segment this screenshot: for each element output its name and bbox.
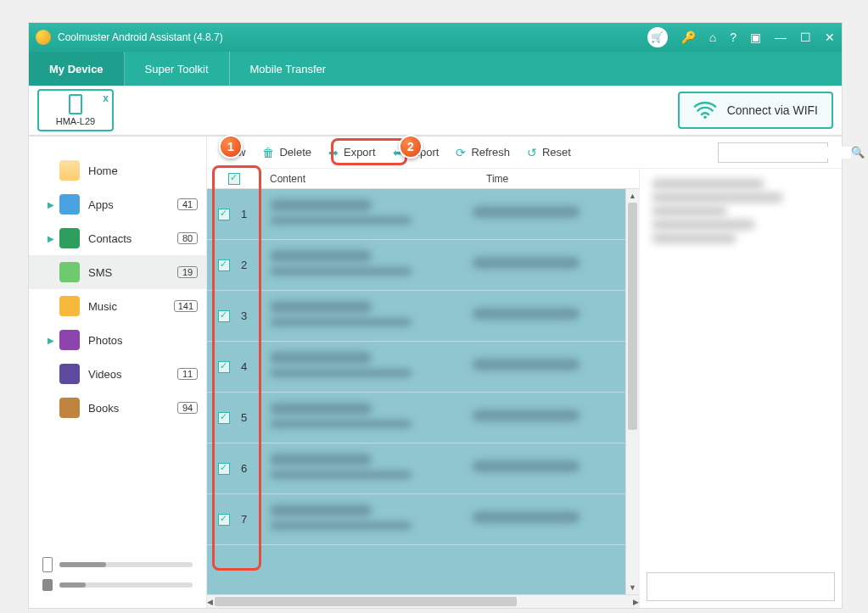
app-title: Coolmuster Android Assistant (4.8.7) bbox=[58, 31, 223, 43]
home-icon[interactable]: ⌂ bbox=[709, 31, 716, 44]
scroll-thumb-h[interactable] bbox=[215, 597, 517, 606]
row-time bbox=[473, 511, 625, 528]
row-time bbox=[473, 359, 625, 376]
table-row[interactable]: 6 bbox=[207, 443, 625, 494]
count-badge: 141 bbox=[174, 300, 198, 312]
search-icon[interactable]: 🔍 bbox=[851, 146, 865, 159]
sidebar-item-label: Books bbox=[88, 402, 177, 415]
sidebar-item-apps[interactable]: ▶Apps41 bbox=[29, 187, 206, 221]
row-number: 4 bbox=[241, 360, 261, 373]
main-tabs: My Device Super Toolkit Mobile Transfer bbox=[29, 52, 842, 86]
sidebar-item-photos[interactable]: ▶Photos bbox=[29, 323, 206, 357]
sidebar-item-music[interactable]: ▶Music141 bbox=[29, 289, 206, 323]
row-number: 5 bbox=[241, 411, 261, 424]
table-row[interactable]: 2 bbox=[207, 240, 625, 291]
minimize-icon[interactable]: — bbox=[775, 31, 787, 44]
export-button[interactable]: ➡Export bbox=[328, 146, 376, 159]
device-tab[interactable]: x HMA-L29 bbox=[37, 89, 114, 131]
toolbar: ＋w 🗑Delete ➡Export ⬅Import ⟳Refresh ↺Res… bbox=[207, 137, 842, 169]
sidebar: ▶Home▶Apps41▶Contacts80▶SMS19▶Music141▶P… bbox=[29, 137, 207, 608]
key-icon[interactable]: 🔑 bbox=[681, 31, 696, 44]
row-number: 6 bbox=[241, 462, 261, 475]
storage-phone bbox=[42, 557, 193, 572]
sidebar-item-contacts[interactable]: ▶Contacts80 bbox=[29, 221, 206, 255]
col-time[interactable]: Time bbox=[486, 173, 639, 185]
contacts-icon bbox=[59, 228, 80, 248]
expand-icon: ▶ bbox=[48, 336, 59, 345]
close-icon[interactable]: ✕ bbox=[825, 31, 835, 44]
search-input[interactable] bbox=[724, 147, 851, 159]
scroll-down-icon[interactable]: ▼ bbox=[626, 581, 639, 594]
sidebar-item-books[interactable]: ▶Books94 bbox=[29, 391, 206, 425]
scroll-right-icon[interactable]: ▶ bbox=[633, 595, 639, 609]
table-row[interactable]: 3 bbox=[207, 291, 625, 342]
col-content[interactable]: Content bbox=[261, 173, 486, 185]
photos-icon bbox=[59, 330, 80, 350]
scroll-left-icon[interactable]: ◀ bbox=[207, 595, 213, 609]
callout-1: 1 bbox=[219, 135, 243, 159]
home-icon bbox=[59, 160, 80, 181]
scrollbar-horizontal[interactable]: ◀ ▶ bbox=[207, 594, 639, 608]
row-checkbox[interactable] bbox=[218, 361, 230, 373]
app-logo-icon bbox=[36, 30, 51, 45]
export-icon: ➡ bbox=[328, 146, 339, 159]
connect-wifi-button[interactable]: Connect via WIFI bbox=[678, 92, 833, 129]
scrollbar-vertical[interactable]: ▲ ▼ bbox=[625, 189, 639, 594]
wifi-label: Connect via WIFI bbox=[727, 103, 818, 117]
sidebar-item-sms[interactable]: ▶SMS19 bbox=[29, 255, 206, 289]
row-number: 3 bbox=[241, 309, 261, 322]
sidebar-item-label: SMS bbox=[88, 266, 177, 279]
row-time bbox=[473, 257, 625, 274]
table-row[interactable]: 4 bbox=[207, 342, 625, 393]
delete-button[interactable]: 🗑Delete bbox=[262, 146, 311, 159]
tab-super-toolkit[interactable]: Super Toolkit bbox=[125, 52, 230, 86]
sms-icon bbox=[59, 262, 80, 282]
row-number: 1 bbox=[241, 208, 261, 220]
sidebar-item-label: Home bbox=[88, 164, 198, 177]
tab-my-device[interactable]: My Device bbox=[29, 52, 125, 86]
scroll-thumb-v[interactable] bbox=[628, 203, 637, 430]
row-checkbox[interactable] bbox=[218, 412, 230, 424]
row-checkbox[interactable] bbox=[218, 259, 230, 271]
table-row[interactable]: 7 bbox=[207, 494, 625, 545]
wifi-icon bbox=[693, 101, 717, 120]
list-header: Content Time bbox=[207, 169, 639, 189]
maximize-icon[interactable]: ☐ bbox=[800, 31, 811, 44]
sidebar-item-home[interactable]: ▶Home bbox=[29, 153, 206, 187]
tab-mobile-transfer[interactable]: Mobile Transfer bbox=[230, 52, 347, 86]
sms-list: Content Time 1234567 ▲ ▼ ◀ bbox=[207, 169, 640, 608]
trash-icon: 🗑 bbox=[262, 146, 274, 159]
row-checkbox[interactable] bbox=[218, 463, 230, 475]
scroll-up-icon[interactable]: ▲ bbox=[626, 189, 639, 203]
row-content bbox=[261, 250, 473, 281]
message-input[interactable] bbox=[647, 572, 835, 601]
reset-icon: ↺ bbox=[527, 146, 537, 159]
main-panel: ＋w 🗑Delete ➡Export ⬅Import ⟳Refresh ↺Res… bbox=[207, 137, 842, 608]
select-all-checkbox[interactable] bbox=[228, 173, 240, 185]
count-badge: 41 bbox=[177, 198, 198, 210]
count-badge: 11 bbox=[177, 368, 198, 380]
refresh-button[interactable]: ⟳Refresh bbox=[456, 146, 510, 159]
device-bar: x HMA-L29 Connect via WIFI bbox=[29, 86, 842, 137]
svg-point-0 bbox=[703, 115, 707, 119]
apps-icon bbox=[59, 194, 80, 215]
list-body[interactable]: 1234567 bbox=[207, 189, 625, 594]
count-badge: 19 bbox=[177, 266, 198, 278]
help-icon[interactable]: ? bbox=[730, 31, 736, 44]
reset-button[interactable]: ↺Reset bbox=[527, 146, 571, 159]
cart-icon[interactable]: 🛒 bbox=[647, 27, 668, 47]
feedback-icon[interactable]: ▣ bbox=[750, 31, 761, 44]
storage-sd bbox=[42, 579, 193, 591]
phone-icon bbox=[69, 94, 82, 114]
row-checkbox[interactable] bbox=[218, 310, 230, 322]
sidebar-item-videos[interactable]: ▶Videos11 bbox=[29, 357, 206, 391]
row-checkbox[interactable] bbox=[218, 209, 230, 220]
videos-icon bbox=[59, 364, 80, 384]
device-close-icon[interactable]: x bbox=[103, 92, 109, 104]
table-row[interactable]: 5 bbox=[207, 393, 625, 443]
app-window: Coolmuster Android Assistant (4.8.7) 🛒 🔑… bbox=[28, 22, 843, 609]
row-checkbox[interactable] bbox=[218, 514, 230, 526]
row-time bbox=[473, 460, 625, 477]
search-box[interactable]: 🔍 bbox=[718, 142, 828, 163]
table-row[interactable]: 1 bbox=[207, 189, 625, 240]
